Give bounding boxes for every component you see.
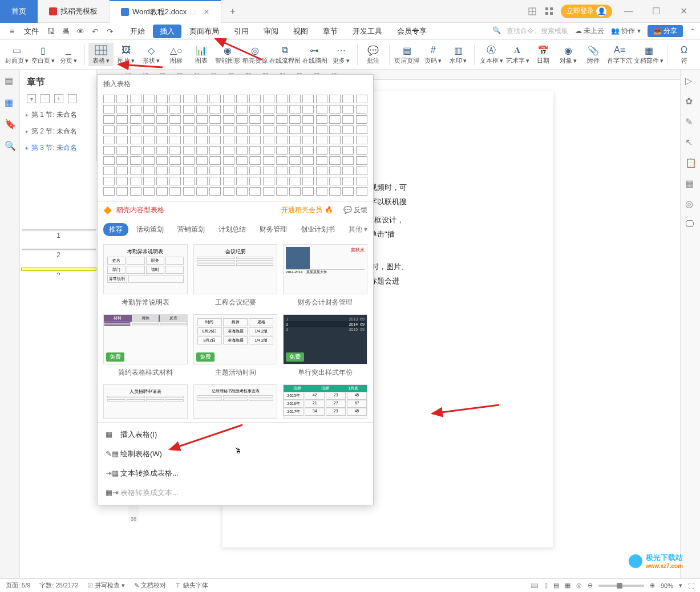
cat-event[interactable]: 活动策划 [131,223,169,236]
zoom-slider[interactable] [598,585,644,587]
coop-button[interactable]: 👥 协作 ▾ [611,26,641,36]
rb-attachment[interactable]: 📎附件 [581,43,606,66]
rb-symbol[interactable]: Ω符 [671,43,697,66]
display-icon[interactable]: 🖵 [685,219,695,229]
grid-cell[interactable] [302,177,314,185]
cat-finance[interactable]: 财务管理 [254,223,293,236]
page-thumbnail-3[interactable] [22,268,96,270]
grid-cell[interactable] [143,167,155,175]
minimize-button[interactable]: — [618,5,640,18]
view-mode-outline-icon[interactable]: ▦ [565,582,570,589]
zoom-level[interactable]: 90% [661,582,673,589]
grid-cell[interactable] [316,115,327,124]
grid-cell[interactable] [169,115,181,124]
grid-cell[interactable] [130,125,141,134]
grid-cell[interactable] [130,136,141,144]
cat-recommended[interactable]: 推荐 [103,223,128,236]
grid-cell[interactable] [116,115,128,124]
grid-cell[interactable] [196,146,208,155]
grid-cell[interactable] [103,115,115,124]
grid-cell[interactable] [169,177,181,185]
grid-cell[interactable] [342,156,354,165]
grid-cell[interactable] [103,177,115,185]
zoom-dropdown-icon[interactable]: ▾ [679,582,682,589]
feedback-link[interactable]: 💬 反馈 [343,205,367,215]
grid-cell[interactable] [156,115,168,124]
grid-cell[interactable] [169,95,181,103]
grid-cell[interactable] [276,95,288,103]
grid-cell[interactable] [103,146,115,155]
grid-cell[interactable] [143,125,155,134]
grid-cell[interactable] [316,125,327,134]
add-tab-button[interactable]: + [221,6,244,17]
grid-cell[interactable] [156,177,168,185]
grid-cell[interactable] [196,125,208,134]
grid-cell[interactable] [169,136,181,144]
rb-table[interactable]: 表格▾ [88,43,114,66]
collapse-ribbon-icon[interactable]: ⌃ [690,27,695,35]
grid-cell[interactable] [143,177,155,185]
apps-icon[interactable] [544,6,555,17]
grid-cell[interactable] [183,125,195,134]
grid-cell[interactable] [276,177,288,185]
rb-mindmap[interactable]: ⊶在线脑图 [301,43,328,66]
template-item[interactable]: 考勤异常说明表姓名职务部门请时异常说明考勤异常说明表 [103,244,188,307]
grid-cell[interactable] [103,187,115,196]
grid-cell[interactable] [223,125,234,134]
grid-cell[interactable] [236,105,248,113]
grid-cell[interactable] [143,146,155,155]
grid-cell[interactable] [116,187,128,196]
grid-cell[interactable] [196,167,208,175]
status-page[interactable]: 页面: 5/9 [6,581,30,590]
grid-cell[interactable] [209,95,221,103]
grid-cell[interactable] [156,146,168,155]
grid-cell[interactable] [329,156,341,165]
open-member-link[interactable]: 开通稻壳会员 🔥 [281,205,333,215]
template-item[interactable]: 时间媒体规格8月26日准海晚报1/4.2版8月2日准海晚报1/4.2版免费主题活… [193,314,278,378]
grid-cell[interactable] [236,146,248,155]
grid-cell[interactable] [103,105,115,113]
grid-cell[interactable] [183,177,195,185]
grid-cell[interactable] [169,187,181,196]
grid-cell[interactable] [236,167,248,175]
tab-view[interactable]: 视图 [286,25,315,38]
grid-cell[interactable] [169,146,181,155]
tab-insert[interactable]: 插入 [153,25,181,38]
sections-nav-icon[interactable]: ▦ [5,97,15,107]
grid-cell[interactable] [289,125,301,134]
grid-cell[interactable] [356,146,367,155]
template-item[interactable]: 人员招聘申请表 [103,384,188,419]
rb-more[interactable]: ⋯更多▾ [329,43,354,66]
grid-cell[interactable] [329,177,341,185]
grid-cell[interactable] [116,177,128,185]
grid-cell[interactable] [209,125,221,134]
rb-pagebreak[interactable]: ⎯分页▾ [56,43,81,66]
redo-icon[interactable]: ↷ [103,25,118,38]
grid-cell[interactable] [356,115,367,124]
page-thumbnail-1[interactable] [22,229,96,230]
grid-cell[interactable] [130,156,141,165]
grid-cell[interactable] [289,167,301,175]
status-wordcount[interactable]: 字数: 25/2172 [39,581,78,590]
grid-cell[interactable] [130,115,141,124]
grid-cell[interactable] [316,95,327,103]
grid-cell[interactable] [356,177,367,185]
rb-smartart[interactable]: 📊图表 [189,43,214,66]
grid-cell[interactable] [276,105,288,113]
tab-docker-templates[interactable]: 找稻壳模板 [38,0,110,23]
grid-cell[interactable] [236,187,248,196]
grid-cell[interactable] [302,125,314,134]
grid-cell[interactable] [329,187,341,196]
grid-cell[interactable] [329,125,341,134]
file-menu[interactable]: 文件 [19,26,43,37]
grid-cell[interactable] [130,146,141,155]
grid-cell[interactable] [196,95,208,103]
nav-section-3[interactable]: 第 3 节: 未命名 [23,140,93,156]
grid-cell[interactable] [169,167,181,175]
grid-cell[interactable] [302,115,314,124]
grid-cell[interactable] [116,95,128,103]
tools-icon[interactable]: ◎ [685,198,695,209]
outline-icon[interactable]: ▤ [5,75,15,86]
grid-cell[interactable] [196,187,208,196]
tab-sections[interactable]: 章节 [316,25,345,38]
